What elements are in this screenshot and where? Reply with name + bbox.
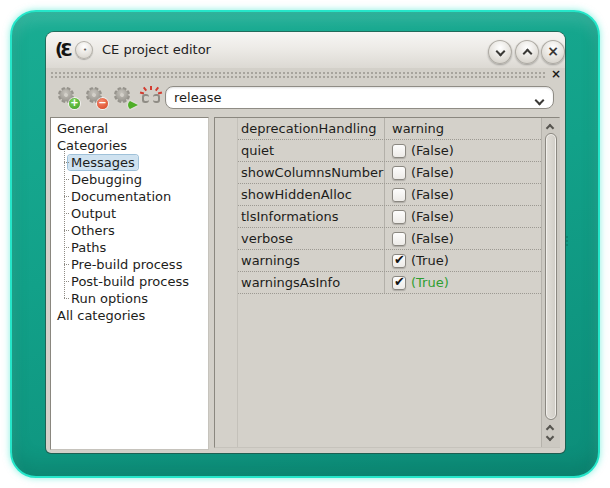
minus-badge-icon: − [97,98,108,109]
pin-button[interactable]: • [75,41,93,59]
chevron-down-icon [495,47,505,57]
sidebar-item-debugging[interactable]: Debugging [51,171,208,188]
sidebar-item-categories[interactable]: Categories [51,137,208,154]
app-logo: (Ɛ [55,39,70,60]
table-row[interactable]: showColumnsNumber (False) [238,162,541,184]
checkbox-unchecked[interactable] [392,232,406,246]
combobox-value: release [174,87,221,108]
shade-button[interactable] [488,40,512,64]
ce-project-editor-window: (Ɛ • CE project editor × × + − [46,32,565,453]
table-row[interactable]: tlsInformations (False) [238,206,541,228]
chevron-down-icon [546,433,554,441]
sidebar-item-others[interactable]: Others [51,222,208,239]
table-row[interactable]: showHiddenAlloc (False) [238,184,541,206]
broken-link-icon [141,86,161,106]
scroll-up-button[interactable] [547,423,555,431]
sidebar-item-pre-build-process[interactable]: Pre-build process [51,256,208,273]
arrow-right-icon [128,100,138,110]
window-title: CE project editor [102,32,211,68]
toolbar: + − release [46,80,565,114]
table-row[interactable]: warningsAsInfo ✔ (True) [238,272,541,294]
check-icon: ✔ [394,274,405,289]
checkbox-checked[interactable]: ✔ [392,254,406,268]
sidebar-item-all-categories[interactable]: All categories [51,307,208,324]
checkbox-checked[interactable]: ✔ [392,276,406,290]
sidebar-item-run-options[interactable]: Run options [51,290,208,307]
sidebar-item-output[interactable]: Output [51,205,208,222]
properties-panel: deprecationHandling warning quiet (False… [214,117,560,448]
checkbox-unchecked[interactable] [392,188,406,202]
category-tree-panel: General Categories Messages Debugging Do… [50,117,209,450]
checkbox-unchecked[interactable] [392,166,406,180]
resize-grip-dots[interactable] [566,236,568,248]
vertical-scrollbar[interactable] [541,118,560,447]
sidebar-item-general[interactable]: General [51,120,208,137]
property-name: quiet [241,140,274,161]
titlebar[interactable]: (Ɛ • CE project editor × [46,32,565,68]
unlink-configuration-button[interactable] [139,84,163,108]
sidebar-item-paths[interactable]: Paths [51,239,208,256]
chevron-up-icon [522,49,532,59]
property-name: warnings [241,250,300,271]
sidebar-item-messages[interactable]: Messages [51,154,208,171]
property-name: warningsAsInfo [241,272,340,293]
scrollbar-thumb[interactable] [545,133,557,420]
property-name: verbose [241,228,293,249]
table-row[interactable]: warnings ✔ (True) [238,250,541,272]
property-name: showHiddenAlloc [241,184,352,205]
copy-configuration-button[interactable] [111,84,135,108]
toolbar-close-button[interactable]: × [551,67,561,81]
table-row[interactable]: verbose (False) [238,228,541,250]
sidebar-item-documentation[interactable]: Documentation [51,188,208,205]
table-row[interactable]: deprecationHandling warning [238,118,541,140]
property-name: tlsInformations [241,206,339,227]
property-name: deprecationHandling [241,118,377,139]
toolbar-drag-handle[interactable] [50,71,547,79]
scroll-up-button[interactable] [547,122,555,130]
chevron-down-icon [535,96,545,106]
scroll-down-button[interactable] [547,434,555,442]
property-name: showColumnsNumber [241,162,383,183]
properties-table: deprecationHandling warning quiet (False… [238,118,541,294]
sidebar-item-post-build-process[interactable]: Post-build process [51,273,208,290]
maximize-button[interactable] [515,40,539,64]
category-tree: General Categories Messages Debugging Do… [51,118,208,449]
configuration-combobox[interactable]: release [165,86,554,109]
add-configuration-button[interactable]: + [55,84,79,108]
check-icon: ✔ [394,252,405,267]
screenshot-canvas: (Ɛ • CE project editor × × + − [0,0,610,488]
plus-badge-icon: + [69,98,80,109]
pin-dot-icon: • [83,48,87,52]
close-button[interactable]: × [541,40,565,64]
chevron-up-icon [546,124,554,132]
table-row[interactable]: quiet (False) [238,140,541,162]
checkbox-unchecked[interactable] [392,144,406,158]
checkbox-unchecked[interactable] [392,210,406,224]
close-icon: × [547,43,559,59]
remove-configuration-button[interactable]: − [83,84,107,108]
